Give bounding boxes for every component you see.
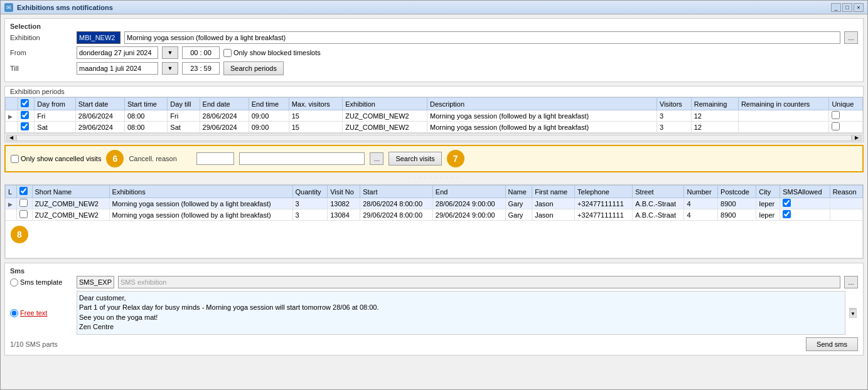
col-telephone: Telephone [575,186,633,198]
row-day-from-1: Fri [35,110,75,122]
row-visitors-2: 3 [657,122,692,133]
row-remaining-counters-2 [738,122,829,133]
till-label: Till [10,65,73,72]
till-time-input[interactable] [182,62,220,75]
divider: · · · · · · · · · · [4,175,864,181]
from-date-input[interactable] [77,46,158,59]
result-first-name-1: Jason [532,198,575,209]
selection-section: Selection Exhibition … From ▼ Only show … [4,18,864,82]
result-short-name-2: ZUZ_COMBI_NEW2 [32,209,109,221]
window-title: Exhibitions sms notifications [17,4,113,11]
scroll-right-arrow[interactable]: ▶ [852,135,862,141]
horizontal-scrollbar[interactable] [16,135,852,141]
sms-free-text-radio[interactable] [10,309,18,317]
only-cancelled-text: Only show cancelled visits [21,155,101,162]
result-postcode-1: 8900 [718,198,756,209]
sms-template-browse-button[interactable]: … [844,276,858,288]
from-label: From [10,49,73,56]
col-exhibition: Exhibition [343,98,427,110]
minimize-button[interactable]: _ [831,3,841,12]
result-street-2: A.B.C.-Straat [633,209,684,221]
row-unique-2[interactable] [829,122,863,133]
result-smsallowed-2[interactable] [780,209,830,221]
result-quantity-2: 3 [292,209,328,221]
result-visit-no-2: 13084 [328,209,360,221]
col-end: End [432,186,505,198]
result-number-1: 4 [684,198,718,209]
cancel-reason-text-input[interactable] [239,152,365,165]
step-badge-6: 6 [106,150,124,167]
main-window: ✉ Exhibitions sms notifications _ □ × Se… [0,0,868,390]
row-remaining-2: 12 [691,122,738,133]
col-short-name: Short Name [32,186,109,198]
search-periods-button[interactable]: Search periods [223,61,284,75]
scroll-left-arrow[interactable]: ◀ [6,135,16,141]
col-smsallowed: SMSAllowed [780,186,830,198]
row-start-date-2: 29/06/2024 [75,122,124,133]
window-controls: _ □ × [831,3,864,12]
results-header-row: L Short Name Exhibitions Quantity Visit … [6,186,863,198]
from-row: From ▼ Only show blocked timeslots [10,46,858,59]
sms-label: Sms [10,267,858,275]
result-quantity-1: 3 [292,198,328,209]
result-telephone-2: +32477111111 [575,209,633,221]
row-visitors-1: 3 [657,110,692,122]
exhibition-code-input[interactable] [77,31,121,44]
row-day-till-1: Fri [168,110,200,122]
close-button[interactable]: × [854,3,864,12]
result-name-1: Gary [505,198,532,209]
sms-template-row: Sms template … [10,276,858,288]
exhibition-label: Exhibition [10,34,73,41]
sms-free-text-textarea[interactable]: Dear customer, Part 1 of your Relax day … [77,291,845,335]
free-text-label[interactable]: Free text [20,309,47,317]
col-remaining: Remaining [691,98,738,110]
sms-scroll-down[interactable]: ▼ [849,309,857,318]
only-cancelled-label: Only show cancelled visits [11,155,101,163]
only-cancelled-checkbox[interactable] [11,155,19,163]
row-check-2[interactable] [18,122,35,133]
row-check-1[interactable] [18,110,35,122]
results-table: L Short Name Exhibitions Quantity Visit … [5,185,863,258]
search-visits-button[interactable]: Search visits [388,152,441,166]
result-street-1: A.B.C.-Straat [633,198,684,209]
cancel-reason-code-input[interactable] [196,152,234,165]
periods-table: Day from Start date Start time Day till … [5,97,863,133]
till-date-picker-button[interactable]: ▼ [162,62,178,75]
result-start-2: 29/06/2024 8:00:00 [360,209,433,221]
result-start-1: 28/06/2024 8:00:00 [360,198,433,209]
result-smsallowed-1[interactable] [780,198,830,209]
col-start-date: Start date [75,98,124,110]
row-end-date-1: 28/06/2024 [200,110,249,122]
result-exhibition-1: Morning yoga session (followed by a ligh… [109,198,292,209]
from-time-input[interactable] [182,46,220,59]
col-end-time: End time [249,98,289,110]
blocked-timeslots-checkbox[interactable] [223,49,232,57]
cancel-reason-browse-button[interactable]: … [370,152,383,165]
result-check-1[interactable] [17,198,33,209]
blocked-timeslots-text: Only show blocked timeslots [233,49,321,56]
result-check-2[interactable] [17,209,33,221]
periods-section: Exhibition periods Day from Start date S… [4,86,864,142]
till-date-input[interactable] [77,62,158,75]
restore-button[interactable]: □ [842,3,852,12]
row-start-time-1: 08:00 [124,110,167,122]
exhibition-browse-button[interactable]: … [844,31,858,44]
period-row-2: Sat 29/06/2024 08:00 Sat 29/06/2024 09:0… [6,122,863,133]
result-exhibition-2: Morning yoga session (followed by a ligh… [109,209,292,221]
row-exhibition-1: ZUZ_COMBI_NEW2 [343,110,427,122]
title-bar-left: ✉ Exhibitions sms notifications [4,3,113,12]
step-badge-7: 7 [447,150,464,167]
row-end-date-2: 29/06/2024 [200,122,249,133]
sms-template-radio[interactable] [10,278,18,287]
results-section: L Short Name Exhibitions Quantity Visit … [4,184,864,259]
from-date-picker-button[interactable]: ▼ [162,46,178,59]
sms-section: Sms Sms template … Free text Dear custom… [4,263,864,356]
row-end-time-2: 09:00 [249,122,289,133]
exhibition-name-input[interactable] [124,31,840,44]
visits-section: Only show cancelled visits 6 Cancell. re… [4,145,864,172]
sms-template-name-input[interactable] [118,276,840,288]
col-arrow [6,98,18,110]
sms-template-code-input[interactable] [77,276,114,288]
row-unique-1[interactable] [829,110,863,122]
send-sms-button[interactable]: Send sms [806,337,858,351]
